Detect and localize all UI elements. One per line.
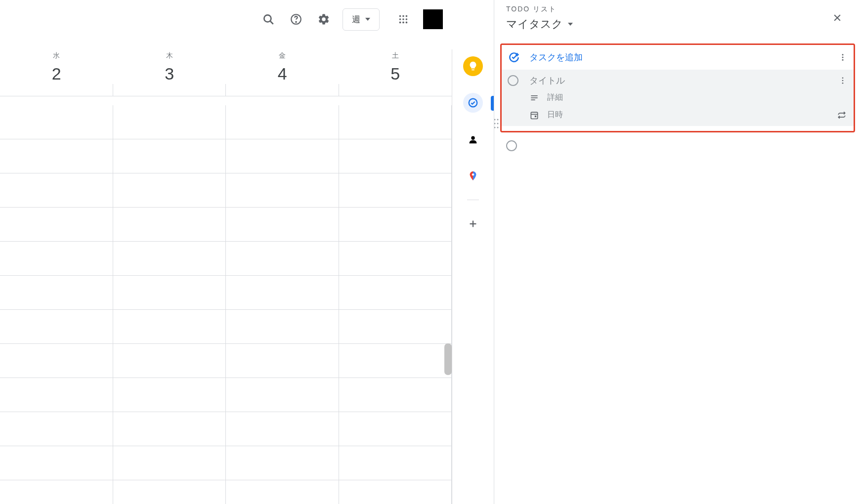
list-menu-button[interactable] [837,51,849,63]
empty-task-row [494,132,861,151]
task-list-selector[interactable]: マイタスク [506,17,573,32]
task-list-name: マイタスク [506,17,563,32]
svg-line-1 [270,21,273,24]
svg-point-32 [842,80,844,82]
svg-point-9 [406,18,408,20]
task-details-input[interactable]: 詳細 [547,92,563,103]
caret-down-icon [365,18,370,21]
svg-point-30 [842,59,844,61]
calendar-header: 水 2 木 3 金 4 土 5 [0,49,452,96]
tasks-panel: TODO リスト マイタスク タスクを追加 タイトル [494,0,861,504]
date-number: 4 [278,64,287,84]
day-column-header[interactable]: 木 3 [113,49,226,96]
task-complete-radio[interactable] [508,75,518,86]
side-panel-rail [452,49,494,504]
svg-rect-37 [531,112,537,119]
task-menu-button[interactable] [837,75,849,86]
caret-down-icon [568,23,573,26]
svg-point-11 [402,22,404,24]
day-label: 木 [166,51,173,60]
svg-point-10 [399,22,401,24]
day-column-header[interactable]: 土 5 [339,49,452,96]
help-icon[interactable] [284,7,308,31]
todo-list-label: TODO リスト [506,5,573,14]
top-toolbar: 週 [0,0,452,39]
date-number: 2 [52,64,61,84]
add-task-row: タスクを追加 [502,49,854,70]
calendar-body[interactable] [0,105,452,504]
date-number: 3 [165,64,174,84]
day-column-header[interactable]: 水 2 [0,49,113,96]
maps-app-icon[interactable] [463,166,483,186]
notes-icon [529,93,539,103]
svg-point-12 [406,22,408,24]
rail-separator [467,200,479,200]
svg-point-14 [471,136,474,140]
svg-point-31 [842,77,844,79]
svg-point-6 [406,15,408,17]
view-label: 週 [352,14,360,25]
add-addon-icon[interactable] [463,214,483,234]
svg-point-29 [842,57,844,58]
svg-point-5 [402,15,404,17]
task-item-editing: タイトル 詳細 日時 [502,70,854,126]
svg-point-3 [296,22,297,23]
day-column-header[interactable]: 金 4 [226,49,339,96]
annotation-highlight-box: タスクを追加 タイトル 詳細 日時 [500,43,855,132]
date-number: 5 [390,64,400,84]
svg-rect-39 [535,115,536,117]
google-apps-icon[interactable] [391,7,415,31]
calendar-area: 水 2 木 3 金 4 土 5 [0,49,452,504]
svg-point-4 [399,15,401,17]
task-complete-radio[interactable] [506,140,517,151]
day-label: 土 [392,51,399,60]
task-date-row[interactable]: 日時 [508,110,849,120]
search-icon[interactable] [257,7,280,31]
view-selector[interactable]: 週 [343,8,380,31]
settings-icon[interactable] [312,7,336,31]
svg-point-33 [842,83,844,84]
svg-point-8 [402,18,404,20]
day-label: 水 [53,51,60,60]
task-details-row[interactable]: 詳細 [508,92,849,103]
svg-point-0 [264,15,271,22]
add-task-icon [508,51,520,64]
add-task-button[interactable]: タスクを追加 [529,51,837,63]
repeat-icon[interactable] [837,110,847,120]
keep-app-icon[interactable] [463,56,483,76]
task-title-input[interactable]: タイトル [529,75,837,86]
tasks-app-icon[interactable] [463,93,483,113]
task-date-input[interactable]: 日時 [547,110,837,120]
svg-point-15 [472,173,474,176]
day-label: 金 [279,51,286,60]
close-panel-button[interactable] [827,8,847,28]
tasks-panel-header: TODO リスト マイタスク [494,5,861,32]
svg-point-28 [842,54,844,55]
calendar-icon [529,110,539,120]
scrollbar-thumb[interactable] [444,343,452,375]
svg-point-7 [399,18,401,20]
account-avatar[interactable] [423,9,443,29]
contacts-app-icon[interactable] [463,129,483,149]
